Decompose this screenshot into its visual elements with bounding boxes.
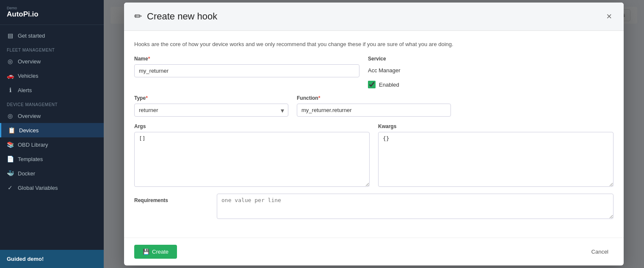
overview-icon: ◎: [7, 58, 14, 65]
type-group: Type* returner runner executor: [134, 95, 288, 117]
sidebar-item-label: Overview: [18, 58, 41, 65]
create-hook-modal: ✏ Create new hook × Hooks are the core o…: [124, 3, 624, 265]
templates-icon: 📄: [7, 156, 14, 162]
requirements-row: Requirements: [134, 194, 614, 221]
type-select[interactable]: returner runner executor: [134, 104, 288, 117]
modal-description: Hooks are the core of how your device wo…: [134, 41, 614, 47]
sidebar-item-obd-library[interactable]: 📚 OBD Library: [0, 137, 104, 152]
sidebar-item-label: Devices: [19, 127, 39, 134]
name-label: Name*: [134, 56, 359, 62]
modal-footer: 💾 Create Cancel: [124, 238, 624, 265]
sidebar-item-templates[interactable]: 📄 Templates: [0, 152, 104, 166]
spacer: [459, 95, 614, 117]
function-group: Function*: [297, 95, 451, 117]
args-label: Args: [134, 123, 370, 129]
grid-icon: ▤: [7, 32, 14, 39]
modal-overlay: ✏ Create new hook × Hooks are the core o…: [104, 0, 644, 268]
docker-icon: 🐳: [7, 170, 14, 177]
requirements-label: Requirements: [134, 197, 168, 203]
name-service-row: Name* Service Acc Manager Enabled: [134, 56, 614, 88]
modal-title-row: ✏ Create new hook: [134, 11, 217, 22]
args-kwargs-row: Args [] Kwargs {}: [134, 123, 614, 187]
name-input[interactable]: [134, 64, 359, 77]
sidebar-item-devices[interactable]: 📋 Devices: [0, 123, 104, 137]
sidebar-item-get-started[interactable]: ▤ Get started: [0, 28, 104, 43]
modal-close-button[interactable]: ×: [605, 12, 614, 21]
fleet-management-label: Fleet Management: [0, 43, 104, 54]
modal-header: ✏ Create new hook ×: [124, 3, 624, 31]
demo-label: Demo: [7, 6, 39, 10]
sidebar-item-overview-fleet[interactable]: ◎ Overview: [0, 54, 104, 68]
sidebar: Demo AutoPi.io ▤ Get started Fleet Manag…: [0, 0, 104, 268]
type-select-wrapper: returner runner executor: [134, 104, 288, 117]
sidebar-item-alerts[interactable]: ℹ Alerts: [0, 83, 104, 97]
save-icon: 💾: [143, 249, 149, 255]
type-function-row: Type* returner runner executor Fun: [134, 95, 614, 117]
sidebar-item-label: Get started: [18, 33, 45, 39]
function-input[interactable]: [297, 104, 451, 117]
kwargs-label: Kwargs: [378, 123, 614, 129]
overview-device-icon: ◎: [7, 112, 14, 119]
cancel-button[interactable]: Cancel: [586, 245, 614, 259]
sidebar-logo: Demo AutoPi.io: [0, 0, 104, 25]
service-value: Acc Manager: [368, 64, 614, 77]
global-var-icon: ✓: [7, 184, 14, 191]
service-group: Service Acc Manager Enabled: [368, 56, 614, 88]
enabled-label: Enabled: [379, 82, 399, 88]
sidebar-item-label: Docker: [18, 170, 35, 177]
sidebar-item-label: Global Variables: [18, 185, 58, 191]
requirements-label-col: Requirements: [134, 194, 208, 221]
name-group: Name*: [134, 56, 359, 88]
sidebar-item-overview-device[interactable]: ◎ Overview: [0, 109, 104, 123]
requirements-textarea-col: [217, 194, 614, 221]
service-label: Service: [368, 56, 614, 62]
type-label: Type*: [134, 95, 288, 101]
sidebar-item-global-variables[interactable]: ✓ Global Variables: [0, 180, 104, 195]
requirements-textarea[interactable]: [217, 194, 614, 219]
device-management-label: Device Management: [0, 97, 104, 109]
sidebar-item-label: Templates: [18, 156, 43, 162]
enabled-checkbox[interactable]: [368, 81, 376, 88]
kwargs-textarea[interactable]: {}: [378, 132, 614, 187]
args-textarea[interactable]: []: [134, 132, 370, 187]
sidebar-item-label: Vehicles: [18, 73, 38, 79]
sidebar-item-label: Overview: [18, 113, 41, 119]
guided-demo-button[interactable]: Guided demo!: [0, 250, 104, 268]
kwargs-group: Kwargs {}: [378, 123, 614, 187]
edit-icon: ✏: [134, 11, 142, 22]
main-content: Settings ✏ Create new hook × Hooks are t…: [104, 0, 644, 268]
obd-icon: 📚: [7, 141, 14, 148]
sidebar-item-label: Alerts: [18, 87, 32, 93]
args-group: Args []: [134, 123, 370, 187]
sidebar-item-label: OBD Library: [18, 142, 48, 148]
brand-name: AutoPi.io: [7, 10, 39, 19]
create-button[interactable]: 💾 Create: [134, 245, 177, 259]
devices-icon: 📋: [8, 127, 15, 134]
sidebar-item-vehicles[interactable]: 🚗 Vehicles: [0, 68, 104, 83]
function-label: Function*: [297, 95, 451, 101]
alerts-icon: ℹ: [7, 87, 14, 93]
vehicles-icon: 🚗: [7, 72, 14, 79]
modal-title: Create new hook: [147, 11, 217, 22]
modal-body: Hooks are the core of how your device wo…: [124, 31, 624, 238]
enabled-row: Enabled: [368, 81, 614, 88]
sidebar-item-docker[interactable]: 🐳 Docker: [0, 166, 104, 180]
sidebar-navigation: ▤ Get started Fleet Management ◎ Overvie…: [0, 25, 104, 250]
